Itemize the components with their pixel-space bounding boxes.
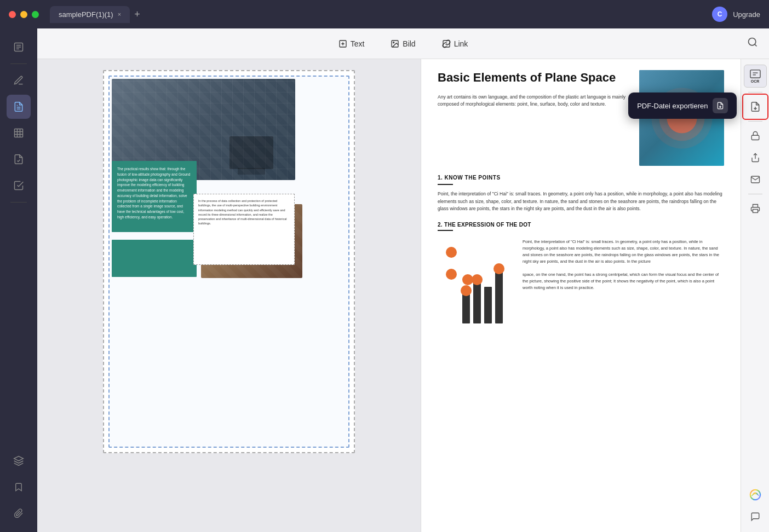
section2-underline: [438, 230, 453, 231]
svg-rect-31: [751, 135, 759, 140]
svg-rect-22: [473, 282, 481, 323]
bild-tool-button[interactable]: Bild: [380, 35, 426, 53]
bild-tool-label: Bild: [403, 39, 415, 48]
sidebar-icon-edit[interactable]: [7, 68, 31, 92]
section1-heading: 1. KNOW THE POINTS: [438, 175, 724, 181]
svg-point-25: [461, 285, 472, 296]
right-toolbar: OCR PDF-Datei exp: [741, 59, 769, 532]
teal-text-content: The practical results show that: through…: [117, 167, 190, 219]
dot-bar-chart: [438, 239, 512, 332]
sidebar-icon-layers[interactable]: [7, 449, 31, 473]
main-wrapper: The practical results show that: through…: [37, 59, 769, 532]
minimize-button[interactable]: [20, 11, 27, 18]
svg-point-16: [749, 38, 756, 45]
tab-title: samplePDF(1)(1): [59, 10, 113, 19]
export-pdf-icon[interactable]: [745, 97, 765, 117]
maximize-button[interactable]: [32, 11, 39, 18]
right-divider-3: [748, 194, 762, 194]
top-toolbar: Text Bild Link: [37, 28, 769, 59]
tooltip-icon: [713, 98, 728, 113]
tab-add-icon[interactable]: +: [134, 9, 140, 20]
sidebar-icon-annotate[interactable]: [7, 95, 31, 119]
sidebar-icon-table[interactable]: [7, 121, 31, 145]
text-tool-button[interactable]: Text: [328, 35, 376, 53]
sidebar-icon-toc[interactable]: [7, 35, 31, 59]
svg-marker-11: [14, 456, 24, 461]
pdf-left-panel[interactable]: The practical results show that: through…: [37, 59, 421, 532]
text-tool-label: Text: [351, 39, 365, 48]
sidebar-divider-1: [10, 63, 27, 64]
dashed-text-content: In the process of data collection and pr…: [198, 199, 286, 225]
section2-heading: 2. THE EXPRESSION OF THE DOT: [438, 222, 724, 228]
sidebar-icon-bookmark[interactable]: [7, 475, 31, 499]
pdf-page-left: The practical results show that: through…: [103, 70, 355, 453]
svg-point-27: [493, 263, 504, 274]
page-left-content: The practical results show that: through…: [104, 71, 354, 286]
right-divider-2: [748, 121, 762, 122]
export-tooltip-text: PDF-Datei exportieren: [637, 102, 708, 110]
export-section: PDF-Datei exportieren: [745, 97, 765, 117]
chat-icon[interactable]: [745, 507, 765, 527]
email-icon[interactable]: [745, 170, 765, 189]
section1-underline: [438, 184, 453, 185]
section2-text2: space, on the one hand, the point has a …: [523, 271, 724, 291]
main-area: Text Bild Link: [0, 28, 769, 532]
tab-item[interactable]: samplePDF(1)(1) ×: [50, 6, 130, 23]
chart-area: Point, the interpretation of "Ci Hai" is…: [438, 239, 724, 332]
export-tooltip: PDF-Datei exportieren: [628, 92, 736, 119]
tab-close-icon[interactable]: ×: [118, 11, 121, 18]
sidebar-icon-attachment[interactable]: [7, 501, 31, 525]
chart-text-area: Point, the interpretation of "Ci Hai" is…: [523, 239, 724, 332]
titlebar: samplePDF(1)(1) × + C Upgrade: [0, 0, 769, 28]
link-tool-button[interactable]: Link: [431, 35, 479, 53]
upgrade-button[interactable]: Upgrade: [733, 10, 760, 19]
svg-rect-33: [753, 210, 757, 213]
section1-text: Point, the interpretation of "Ci Hai" is…: [438, 190, 724, 213]
ai-rainbow-icon[interactable]: [745, 485, 765, 505]
svg-rect-28: [750, 70, 760, 78]
svg-rect-6: [15, 129, 23, 137]
svg-point-26: [472, 274, 483, 285]
right-divider-1: [748, 92, 762, 92]
svg-point-34: [750, 490, 760, 500]
avatar: C: [712, 7, 727, 22]
svg-rect-21: [462, 293, 470, 323]
svg-rect-23: [484, 287, 492, 323]
tab-area: samplePDF(1)(1) × +: [50, 6, 140, 23]
titlebar-right: C Upgrade: [712, 7, 760, 22]
share-icon[interactable]: [745, 148, 765, 167]
print-icon[interactable]: [745, 199, 765, 218]
section2-text1: Point, the interpretation of "Ci Hai" is…: [523, 239, 724, 265]
svg-line-17: [755, 44, 757, 47]
lock-icon[interactable]: [745, 126, 765, 146]
svg-point-14: [393, 42, 394, 43]
svg-point-19: [446, 269, 457, 280]
sidebar-divider-2: [10, 202, 27, 203]
link-tool-label: Link: [454, 39, 468, 48]
svg-rect-24: [495, 271, 503, 323]
close-button[interactable]: [9, 11, 16, 18]
svg-point-18: [446, 247, 457, 258]
ocr-label: OCR: [751, 79, 760, 83]
sidebar-icon-form[interactable]: [7, 174, 31, 198]
ocr-icon[interactable]: OCR: [744, 65, 767, 88]
search-icon[interactable]: [747, 37, 758, 50]
top-section: Text Bild Link: [37, 28, 769, 532]
traffic-lights: [9, 11, 39, 18]
sidebar-icon-convert[interactable]: [7, 147, 31, 171]
pdf-right-panel[interactable]: Basic Elements of Plane Space Any art co…: [421, 59, 741, 532]
left-sidebar: [0, 28, 37, 532]
